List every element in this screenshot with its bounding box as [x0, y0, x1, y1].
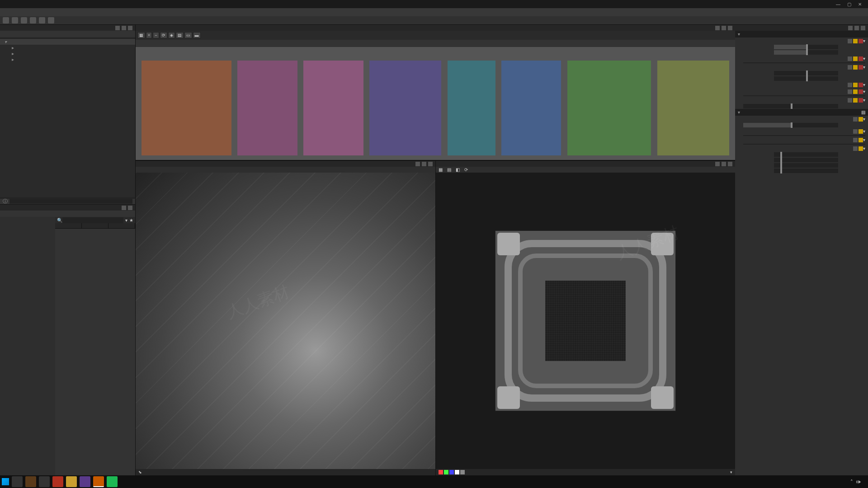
tray-icon[interactable]: ˄	[850, 479, 853, 485]
crop-top-slider[interactable]	[774, 163, 838, 168]
library-filter-icon[interactable]	[10, 211, 15, 216]
panel-close-icon[interactable]	[128, 26, 132, 30]
graph-tool-icon[interactable]: ⟳	[160, 32, 167, 38]
panel-close-icon[interactable]	[728, 162, 732, 166]
seed-slider[interactable]	[743, 104, 838, 108]
panel-pin-icon[interactable]	[415, 162, 420, 166]
graph-tool-icon[interactable]: ▦	[137, 32, 145, 38]
export-button[interactable]	[48, 17, 54, 23]
panel-close-icon[interactable]	[128, 206, 132, 210]
tray-icon[interactable]: 🕪	[856, 479, 861, 484]
graph-tool-icon[interactable]: ▤	[176, 32, 184, 38]
panel-max-icon[interactable]	[422, 162, 426, 166]
graph-tool-icon[interactable]: +	[146, 32, 152, 38]
refresh-button[interactable]	[39, 17, 45, 23]
taskbar-item[interactable]	[12, 476, 23, 487]
save-all-button[interactable]	[30, 17, 36, 23]
2d-channel-swatches[interactable]	[439, 470, 465, 474]
crop-bottom-slider[interactable]	[774, 169, 838, 173]
preset-icon[interactable]: ▤	[861, 110, 865, 115]
opacity-slider[interactable]	[743, 123, 838, 127]
graph-tool-icon[interactable]: −	[153, 32, 159, 38]
library-thumbnails	[55, 229, 135, 475]
taskbar-item[interactable]	[25, 476, 36, 487]
panel-max-icon[interactable]	[122, 26, 126, 30]
panel-max-icon[interactable]	[722, 162, 726, 166]
2d-tool-icon[interactable]: ▦	[439, 167, 443, 172]
explorer-folder-icon[interactable]	[24, 31, 30, 37]
explorer-panel: ▾ ▸ ▸ ▸ ⓘ	[0, 24, 135, 204]
prop-pixel-size: ▾	[735, 64, 868, 70]
2d-tool-icon[interactable]: ▤	[447, 167, 451, 172]
prop-pixel-ratio: ▾	[735, 81, 868, 88]
graph-frame[interactable]	[237, 61, 297, 155]
width-slider[interactable]	[774, 45, 838, 49]
panel-close-icon[interactable]	[861, 26, 865, 30]
library-view-icon[interactable]	[3, 211, 8, 216]
graph-canvas[interactable]	[136, 47, 735, 160]
3d-render-content	[136, 173, 435, 469]
window-titlebar: — ▢ ✕	[0, 0, 868, 8]
window-minimize-button[interactable]: —	[833, 2, 844, 7]
graph-tool-icon[interactable]: ◈	[168, 32, 175, 38]
crop-left-slider[interactable]	[774, 152, 838, 157]
height-slider[interactable]	[774, 50, 838, 55]
graph-frame[interactable]	[501, 61, 561, 155]
panel-pin-icon[interactable]	[848, 26, 853, 30]
panel-pin-icon[interactable]	[122, 206, 126, 210]
graph-frame[interactable]	[448, 61, 495, 155]
library-search-input[interactable]	[62, 217, 123, 223]
gizmo-icon[interactable]: ⬊	[138, 470, 142, 474]
blend-mode-select[interactable]	[743, 135, 865, 136]
crop-right-slider[interactable]	[774, 158, 838, 162]
taskbar-item[interactable]	[66, 476, 77, 487]
start-button[interactable]	[2, 478, 9, 485]
3d-viewport[interactable]: 人人素材	[136, 173, 435, 469]
taskbar-item[interactable]	[80, 476, 90, 487]
2d-tool-icon[interactable]: ⟳	[464, 167, 468, 172]
graph-frame[interactable]	[657, 61, 729, 155]
2d-viewport[interactable]: 人人素材	[436, 173, 736, 469]
tiling-select[interactable]	[743, 95, 865, 96]
graph-frame[interactable]	[567, 61, 651, 155]
panel-pin-icon[interactable]	[115, 26, 120, 30]
panel-max-icon[interactable]	[722, 26, 726, 30]
graph-frame[interactable]	[303, 61, 363, 155]
filter-icon[interactable]: ▾	[123, 218, 129, 223]
open-button[interactable]	[12, 17, 18, 23]
graph-tool-icon[interactable]: ▭	[184, 32, 192, 38]
2d-tool-icon[interactable]: ◧	[456, 167, 460, 172]
panel-pin-icon[interactable]	[715, 162, 720, 166]
explorer-item-resources[interactable]: ▸	[0, 56, 135, 62]
explorer-home-icon[interactable]	[3, 31, 8, 37]
explorer-item-logo[interactable]: ▸	[0, 51, 135, 56]
explorer-link-icon[interactable]	[17, 31, 23, 37]
taskbar-item[interactable]	[39, 476, 50, 487]
explorer-item-graph[interactable]: ▸	[0, 45, 135, 51]
taskbar-item-active[interactable]	[93, 476, 104, 487]
pixel-height-slider[interactable]	[774, 76, 838, 81]
save-button[interactable]	[21, 17, 27, 23]
pixel-width-slider[interactable]	[774, 71, 838, 75]
window-maximize-button[interactable]: ▢	[844, 2, 854, 7]
panel-pin-icon[interactable]	[715, 26, 720, 30]
explorer-filter-input[interactable]	[9, 199, 132, 204]
prop-section-base[interactable]: ▾	[735, 31, 868, 38]
taskbar-item[interactable]	[107, 476, 118, 487]
taskbar-item[interactable]	[52, 476, 63, 487]
panel-max-icon[interactable]	[854, 26, 859, 30]
alpha-select[interactable]	[743, 144, 865, 145]
graph-frame[interactable]	[142, 61, 231, 155]
2d-settings-icon[interactable]: ▾	[730, 470, 732, 474]
graph-frame[interactable]	[369, 61, 441, 155]
panel-close-icon[interactable]	[428, 162, 433, 166]
panel-close-icon[interactable]	[728, 26, 732, 30]
prop-section-specific[interactable]: ▾▤	[735, 109, 868, 116]
favorite-icon[interactable]: ★	[129, 218, 133, 223]
window-close-button[interactable]: ✕	[854, 2, 865, 7]
explorer-item-package[interactable]: ▾	[0, 39, 135, 45]
graph-tool-icon[interactable]: ▬	[193, 32, 201, 38]
new-substance-button[interactable]	[3, 17, 9, 23]
output-format-select[interactable]	[743, 62, 865, 63]
explorer-refresh-icon[interactable]	[10, 31, 15, 37]
